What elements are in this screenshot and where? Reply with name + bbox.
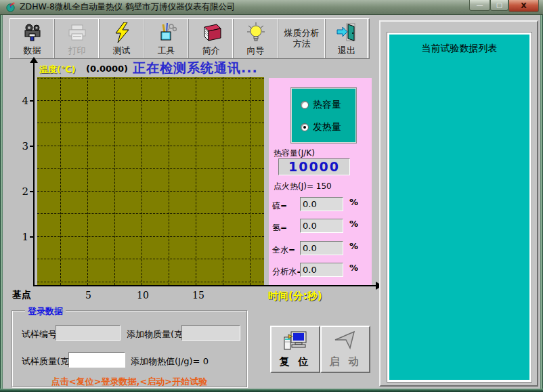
- heat-capacity-value[interactable]: 10000: [278, 158, 350, 175]
- x-tick-label: 15: [192, 290, 204, 301]
- analysis-water-label: 分析水=: [272, 266, 303, 278]
- sulfur-input[interactable]: 0.0: [300, 197, 343, 211]
- radio-icon[interactable]: [301, 101, 309, 109]
- toolbar-button-tools[interactable]: 工具: [144, 19, 189, 58]
- radio-icon-checked[interactable]: [301, 123, 309, 131]
- y-axis: [33, 62, 35, 286]
- y-tick-label: 3: [18, 140, 28, 152]
- current-temperature-value: (0.0000): [86, 64, 128, 74]
- toolbar-label: 工具: [158, 45, 175, 56]
- grid-line: [250, 77, 251, 285]
- toolbar-label: 简介: [202, 45, 220, 56]
- grid-line: [37, 213, 264, 214]
- total-water-input[interactable]: 0.0: [300, 241, 343, 255]
- additive-mass-input[interactable]: [181, 325, 240, 341]
- total-water-label: 全水=: [272, 244, 295, 256]
- y-axis-title: 温度(℃): [39, 64, 76, 76]
- tools-icon: [156, 19, 177, 45]
- grid-line: [37, 146, 264, 146]
- grid-line: [37, 78, 264, 79]
- sulfur-unit: %: [349, 197, 358, 207]
- action-buttons: 复 位 启 动: [270, 326, 370, 373]
- maximize-button[interactable]: ▢: [490, 0, 508, 11]
- y-tick-label: 1: [18, 231, 28, 243]
- grid-line: [37, 236, 264, 237]
- mode-option-heat-capacity[interactable]: 热容量: [301, 99, 341, 111]
- toolbar-button-coal-analysis[interactable]: 煤质分析 方法: [278, 19, 326, 58]
- grid-line: [169, 77, 169, 285]
- app-window: ZDHW-8微机全自动量热仪 鹤壁市万博仪器仪表有限公司 — ▢ X 数据: [0, 0, 543, 392]
- mode-option-calorific-value[interactable]: 发热量: [301, 121, 341, 133]
- sample-mass-input[interactable]: [68, 352, 125, 368]
- sample-no-label: 试样编号: [22, 328, 57, 341]
- sample-mass-label: 试样质量(克): [22, 355, 72, 368]
- exit-door-icon: [336, 19, 357, 45]
- app-icon: [5, 2, 16, 12]
- x-tick-label: 5: [85, 290, 91, 301]
- toolbar-button-wizard[interactable]: 向导: [234, 19, 278, 58]
- lightning-icon: [113, 19, 131, 45]
- instruction-hint: 点击<复位>登录数据,<启动>开始试验: [12, 376, 246, 388]
- toolbar-button-exit[interactable]: 退出: [326, 19, 368, 58]
- mode-selector-box: 热容量 发热量: [291, 88, 356, 143]
- window-border-left: [0, 15, 3, 392]
- start-button-label: 启 动: [329, 355, 361, 368]
- close-button[interactable]: X: [508, 0, 539, 12]
- grid-line: [196, 77, 196, 285]
- grid-line: [37, 282, 264, 282]
- toolbar-label: 测试: [113, 45, 131, 56]
- heat-capacity-label: 热容量(J/K): [274, 148, 315, 159]
- toolbar-button-print[interactable]: 打印: [55, 19, 100, 58]
- grid-line: [223, 77, 223, 285]
- notebook-icon: [200, 19, 222, 45]
- y-tick-mark: [30, 236, 33, 238]
- parameter-panel: 热容量 发热量 热容量(J/K) 10000 点火热(J)= 150 硫= 0.…: [269, 78, 372, 285]
- window-controls: — ▢ X: [469, 0, 539, 12]
- radio-label: 热容量: [313, 99, 341, 111]
- y-tick-mark: [30, 146, 33, 147]
- grid-line: [60, 77, 61, 285]
- window-title: ZDHW-8微机全自动量热仪 鹤壁市万博仪器仪表有限公司: [20, 1, 235, 13]
- hydrogen-input[interactable]: 0.0: [300, 219, 343, 233]
- minimize-button[interactable]: —: [469, 0, 490, 11]
- grid-line: [87, 77, 88, 285]
- toolbar-button-data[interactable]: 数据: [10, 19, 55, 58]
- additive-mass-label: 添加物质量(克): [127, 328, 186, 341]
- grid-line: [37, 168, 264, 169]
- sample-no-input[interactable]: [56, 325, 121, 341]
- test-data-panel: 当前试验数据列表: [379, 20, 538, 387]
- start-arrow-icon: [334, 327, 357, 355]
- start-button[interactable]: 启 动: [320, 326, 370, 373]
- toolbar-label: 数据: [24, 45, 41, 56]
- reset-button[interactable]: 复 位: [270, 326, 320, 373]
- hydrogen-unit: %: [349, 219, 358, 229]
- y-tick-mark: [30, 100, 33, 102]
- y-tick-mark: [30, 191, 33, 192]
- status-message: 正在检测系统通讯...: [133, 60, 258, 77]
- grid-line: [37, 259, 264, 259]
- toolbar-label: 退出: [338, 45, 355, 56]
- titlebar: ZDHW-8微机全自动量热仪 鹤壁市万博仪器仪表有限公司 — ▢ X: [0, 0, 543, 15]
- x-axis: [33, 285, 377, 286]
- sulfur-label: 硫=: [272, 200, 287, 212]
- printer-icon: [67, 19, 87, 45]
- toolbar-button-test[interactable]: 测试: [100, 19, 144, 58]
- hydrogen-label: 氢=: [272, 222, 287, 234]
- analysis-water-input[interactable]: 0.0: [300, 263, 343, 277]
- reset-button-label: 复 位: [279, 355, 311, 368]
- computer-icon: [283, 327, 307, 355]
- test-data-list-title: 当前试验数据列表: [389, 43, 529, 55]
- total-water-unit: %: [349, 241, 358, 251]
- bulb-icon: [246, 19, 265, 45]
- toolbar-label: 煤质分析: [284, 28, 320, 39]
- grid-line: [37, 123, 264, 123]
- chart-plot-area: [37, 77, 264, 285]
- grid-line: [37, 100, 264, 101]
- y-tick-label: 4: [18, 95, 28, 107]
- camera-icon: [22, 19, 43, 45]
- test-data-list[interactable]: 当前试验数据列表: [387, 32, 531, 382]
- toolbar-button-intro[interactable]: 简介: [189, 19, 234, 58]
- grid-line: [114, 77, 115, 285]
- ignition-heat-label: 点火热(J)= 150: [274, 181, 332, 192]
- toolbar: 数据 打印 测试: [9, 18, 370, 59]
